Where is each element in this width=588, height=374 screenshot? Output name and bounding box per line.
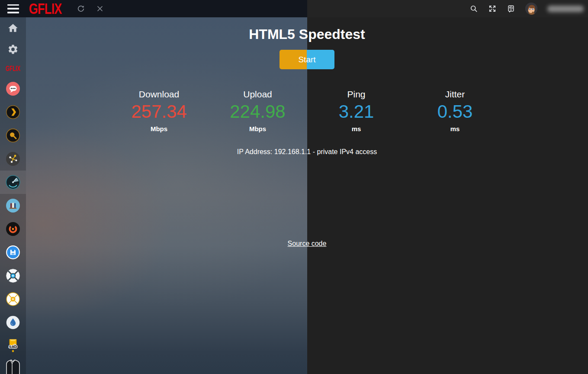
speedtest-panel: HTML5 Speedtest Start Download 257.34 Mb…: [26, 17, 588, 374]
plex-icon: [6, 105, 20, 119]
gflix-category-label: GFLIX: [6, 64, 20, 73]
sidebar-item-books-app[interactable]: [0, 194, 26, 217]
sidebar-item-chat[interactable]: [0, 77, 26, 100]
gear-icon: [7, 44, 19, 55]
sab-label: sab: [9, 344, 17, 349]
download-label: Download: [110, 89, 209, 100]
sidebar-category-gflix: GFLIX: [0, 60, 26, 77]
upload-unit: Mbps: [209, 125, 307, 132]
search-icon[interactable]: [469, 4, 478, 13]
sonarr-icon: [6, 269, 20, 283]
gold-magnifier-icon: [6, 129, 20, 142]
sidebar-item-radarr[interactable]: [0, 287, 26, 311]
sidebar-item-home[interactable]: [0, 17, 26, 39]
news-icon[interactable]: [507, 4, 515, 13]
ping-unit: ms: [307, 125, 406, 132]
start-button[interactable]: Start: [280, 50, 334, 69]
stat-jitter: Jitter 0.53 ms: [406, 89, 504, 132]
top-bar: GFLIX: [0, 0, 588, 17]
sidebar-item-sonarr[interactable]: [0, 264, 26, 287]
user-avatar[interactable]: [525, 3, 537, 15]
ping-value: 3.21: [307, 102, 406, 121]
avatar-memoji-icon: [525, 3, 537, 15]
source-code-link[interactable]: Source code: [288, 240, 327, 247]
sidebar-item-plex[interactable]: [0, 100, 26, 124]
page-title: HTML5 Speedtest: [26, 26, 588, 42]
water-drop-icon: [6, 316, 20, 329]
top-bar-left: GFLIX: [0, 0, 104, 17]
sidebar-item-jackett[interactable]: [0, 358, 26, 374]
chat-app-icon: [6, 82, 20, 96]
download-value: 257.34: [110, 102, 209, 121]
sabnzbd-icon: sab: [5, 339, 21, 353]
bookshelf-icon: [6, 199, 20, 213]
jitter-label: Jitter: [406, 89, 504, 100]
hamburger-menu-icon[interactable]: [7, 4, 19, 13]
sidebar-item-grafana[interactable]: [0, 217, 26, 241]
gflix-logo[interactable]: GFLIX: [29, 0, 62, 18]
jitter-value: 0.53: [406, 102, 504, 121]
jackett-icon: [6, 358, 20, 374]
close-icon[interactable]: [96, 4, 104, 13]
grafana-icon: [6, 222, 20, 236]
radarr-icon: [6, 292, 20, 306]
app-window: GFLIX: [0, 0, 588, 374]
top-bar-right: [469, 0, 584, 17]
sidebar: GFLIX: [0, 17, 26, 374]
ip-address-line: IP Address: 192.168.1.1 - private IPv4 a…: [26, 148, 588, 156]
sidebar-item-sabnzbd[interactable]: sab: [0, 334, 26, 358]
stats-row: Download 257.34 Mbps Upload 224.98 Mbps …: [110, 89, 504, 132]
stat-upload: Upload 224.98 Mbps: [209, 89, 307, 132]
jitter-unit: ms: [406, 125, 504, 132]
username-blurred[interactable]: [547, 6, 584, 12]
fullscreen-icon[interactable]: [488, 4, 497, 13]
ping-label: Ping: [307, 89, 406, 100]
source-code-row: Source code: [26, 240, 588, 248]
refresh-icon[interactable]: [77, 4, 85, 13]
sidebar-item-speedtest[interactable]: [0, 171, 26, 194]
upload-value: 224.98: [209, 102, 307, 121]
stat-download: Download 257.34 Mbps: [110, 89, 209, 132]
upload-label: Upload: [209, 89, 307, 100]
floppy-disk-icon: [6, 245, 20, 259]
speedtest-gauge-icon: [6, 175, 20, 190]
download-unit: Mbps: [110, 125, 209, 132]
sidebar-item-backup-app[interactable]: [0, 241, 26, 264]
network-graph-icon: [6, 152, 20, 166]
sidebar-item-deluge[interactable]: [0, 311, 26, 334]
sidebar-item-network-app[interactable]: [0, 147, 26, 171]
sidebar-item-search-app[interactable]: [0, 124, 26, 147]
sidebar-item-settings[interactable]: [0, 39, 26, 60]
home-icon: [7, 23, 19, 34]
stat-ping: Ping 3.21 ms: [307, 89, 406, 132]
